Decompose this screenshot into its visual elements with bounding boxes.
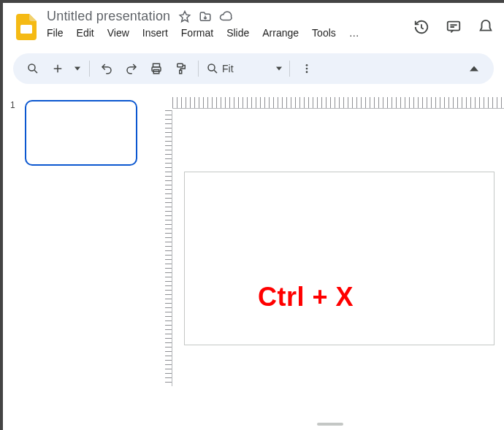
paint-format-icon[interactable] [172, 59, 191, 78]
search-icon[interactable] [23, 59, 42, 78]
chevron-down-icon [276, 66, 282, 72]
title-area: Untitled presentation File Edit View [47, 9, 359, 45]
notification-icon[interactable] [478, 19, 494, 35]
menu-view[interactable]: View [107, 27, 129, 39]
ruler-vertical [165, 110, 172, 386]
toolbar-container: Fit [3, 49, 504, 91]
collapse-toolbar-icon[interactable] [465, 59, 484, 78]
star-icon[interactable] [177, 9, 192, 24]
app: Untitled presentation File Edit View [3, 3, 504, 430]
slide-panel: 1 [3, 91, 156, 430]
slide-item[interactable]: 1 [10, 100, 148, 166]
svg-point-10 [306, 68, 308, 70]
document-title[interactable]: Untitled presentation [47, 9, 170, 24]
zoom-control[interactable]: Fit [206, 62, 282, 75]
history-icon[interactable] [413, 19, 429, 35]
menu-format[interactable]: Format [181, 27, 213, 39]
separator [89, 61, 90, 77]
toolbar: Fit [13, 53, 494, 84]
svg-rect-1 [448, 21, 460, 30]
menu-slide[interactable]: Slide [226, 27, 249, 39]
new-slide-icon[interactable] [48, 59, 67, 78]
menu-file[interactable]: File [47, 27, 64, 39]
print-icon[interactable] [147, 59, 166, 78]
menu-arrange[interactable]: Arrange [262, 27, 299, 39]
svg-rect-6 [177, 64, 183, 67]
svg-point-2 [28, 64, 35, 71]
slide-thumbnail[interactable] [25, 100, 137, 166]
svg-rect-7 [180, 70, 182, 74]
cloud-status-icon[interactable] [218, 9, 233, 24]
workspace: 1 Ctrl + X [3, 91, 504, 430]
more-tools-icon[interactable] [297, 59, 316, 78]
undo-icon[interactable] [97, 59, 116, 78]
svg-point-11 [306, 71, 308, 73]
slide-canvas[interactable]: Ctrl + X [184, 172, 495, 345]
ruler-horizontal [172, 97, 504, 109]
menu-bar: File Edit View Insert Format Slide Arran… [47, 24, 359, 45]
svg-rect-0 [20, 25, 32, 34]
new-slide-menu-icon[interactable] [73, 59, 82, 78]
menu-insert[interactable]: Insert [142, 27, 168, 39]
separator [289, 61, 290, 77]
canvas-area[interactable]: Ctrl + X [156, 91, 504, 430]
menu-tools[interactable]: Tools [312, 27, 336, 39]
slides-logo-icon[interactable] [13, 14, 39, 40]
move-to-folder-icon[interactable] [198, 9, 213, 24]
svg-point-8 [208, 64, 215, 71]
header: Untitled presentation File Edit View [3, 3, 504, 49]
redo-icon[interactable] [122, 59, 141, 78]
separator [198, 61, 199, 77]
svg-point-9 [306, 64, 308, 66]
comments-icon[interactable] [446, 19, 462, 35]
menu-edit[interactable]: Edit [77, 27, 94, 39]
overlay-annotation: Ctrl + X [258, 282, 354, 312]
zoom-label: Fit [222, 63, 244, 74]
panel-resize-handle[interactable] [317, 423, 343, 426]
slide-number: 1 [10, 100, 19, 110]
menu-more[interactable]: … [349, 27, 359, 39]
